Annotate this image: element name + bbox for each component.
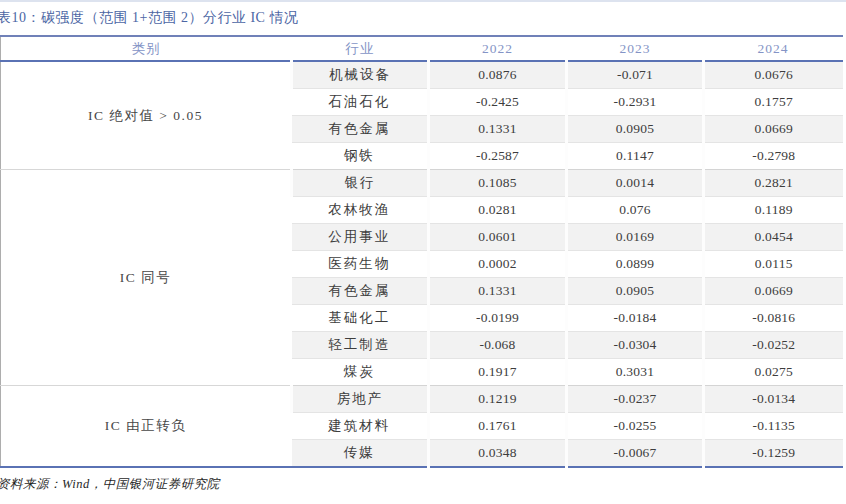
header-2022: 2022	[429, 36, 567, 61]
ic-value-cell-2022: 0.1331	[429, 278, 567, 305]
table-title: 表10：碳强度（范围 1+范围 2）分行业 IC 情况	[0, 0, 846, 35]
ic-value-cell-2023: 0.0905	[567, 116, 704, 143]
ic-value-cell-2022: 0.0601	[429, 224, 567, 251]
header-row: 类别 行业 2022 2023 2024	[1, 36, 843, 61]
ic-value-cell-2022: 0.1085	[429, 170, 567, 197]
industry-cell: 石油石化	[292, 89, 429, 116]
header-2024: 2024	[704, 36, 843, 61]
industry-cell: 轻工制造	[292, 332, 429, 359]
industry-cell: 农林牧渔	[292, 197, 429, 224]
ic-value-cell-2024: -0.1259	[704, 440, 843, 468]
industry-cell: 建筑材料	[292, 413, 429, 440]
ic-value-cell-2022: -0.2425	[429, 89, 567, 116]
source-note: 资料来源：Wind，中国银河证券研究院	[0, 476, 846, 493]
ic-value-cell-2024: -0.1135	[704, 413, 843, 440]
ic-value-cell-2022: 0.0348	[429, 440, 567, 468]
table-row: IC 由正转负房地产0.1219-0.0237-0.0134	[1, 386, 843, 413]
industry-cell: 房地产	[292, 386, 429, 413]
ic-value-cell-2022: 0.1331	[429, 116, 567, 143]
ic-value-cell-2023: 0.0014	[567, 170, 704, 197]
ic-value-cell-2023: 0.3031	[567, 359, 704, 386]
ic-value-cell-2024: 0.0275	[704, 359, 843, 386]
ic-table: 类别 行业 2022 2023 2024 IC 绝对值 > 0.05机械设备0.…	[0, 35, 843, 468]
ic-value-cell-2022: 0.1917	[429, 359, 567, 386]
ic-value-cell-2022: -0.2587	[429, 143, 567, 170]
category-cell: IC 绝对值 > 0.05	[1, 61, 292, 170]
table-row: IC 绝对值 > 0.05机械设备0.0876-0.0710.0676	[1, 61, 843, 89]
ic-value-cell-2022: 0.1761	[429, 413, 567, 440]
industry-cell: 钢铁	[292, 143, 429, 170]
ic-value-cell-2022: 0.0281	[429, 197, 567, 224]
ic-value-cell-2023: -0.0255	[567, 413, 704, 440]
ic-value-cell-2023: -0.2931	[567, 89, 704, 116]
ic-value-cell-2023: -0.071	[567, 61, 704, 89]
industry-cell: 有色金属	[292, 116, 429, 143]
ic-value-cell-2023: 0.076	[567, 197, 704, 224]
ic-value-cell-2022: 0.0002	[429, 251, 567, 278]
industry-cell: 煤炭	[292, 359, 429, 386]
ic-value-cell-2023: -0.0184	[567, 305, 704, 332]
ic-value-cell-2023: 0.1147	[567, 143, 704, 170]
industry-cell: 传媒	[292, 440, 429, 468]
ic-value-cell-2022: 0.1219	[429, 386, 567, 413]
ic-value-cell-2024: 0.1189	[704, 197, 843, 224]
category-cell: IC 由正转负	[1, 386, 292, 468]
page-top-divider	[0, 0, 846, 2]
ic-value-cell-2024: -0.0252	[704, 332, 843, 359]
ic-value-cell-2024: -0.0816	[704, 305, 843, 332]
industry-cell: 机械设备	[292, 61, 429, 89]
ic-value-cell-2022: -0.068	[429, 332, 567, 359]
ic-value-cell-2024: 0.0669	[704, 278, 843, 305]
ic-value-cell-2023: 0.0905	[567, 278, 704, 305]
table-row: IC 同号银行0.10850.00140.2821	[1, 170, 843, 197]
ic-value-cell-2023: 0.0169	[567, 224, 704, 251]
table-body: IC 绝对值 > 0.05机械设备0.0876-0.0710.0676石油石化-…	[1, 61, 843, 467]
ic-value-cell-2024: 0.0115	[704, 251, 843, 278]
industry-cell: 银行	[292, 170, 429, 197]
header-industry: 行业	[292, 36, 429, 61]
ic-value-cell-2024: 0.0676	[704, 61, 843, 89]
ic-value-cell-2023: 0.0899	[567, 251, 704, 278]
ic-value-cell-2024: 0.0669	[704, 116, 843, 143]
header-2023: 2023	[567, 36, 704, 61]
report-page: 表10：碳强度（范围 1+范围 2）分行业 IC 情况 类别 行业 2022 2…	[0, 0, 846, 504]
ic-value-cell-2024: 0.0454	[704, 224, 843, 251]
category-cell: IC 同号	[1, 170, 292, 386]
ic-value-cell-2023: -0.0067	[567, 440, 704, 468]
ic-value-cell-2024: 0.2821	[704, 170, 843, 197]
ic-value-cell-2022: 0.0876	[429, 61, 567, 89]
ic-value-cell-2024: -0.2798	[704, 143, 843, 170]
industry-cell: 基础化工	[292, 305, 429, 332]
table-header: 类别 行业 2022 2023 2024	[1, 36, 843, 61]
industry-cell: 有色金属	[292, 278, 429, 305]
ic-value-cell-2024: -0.0134	[704, 386, 843, 413]
industry-cell: 公用事业	[292, 224, 429, 251]
ic-value-cell-2023: -0.0304	[567, 332, 704, 359]
ic-value-cell-2022: -0.0199	[429, 305, 567, 332]
header-category: 类别	[1, 36, 292, 61]
industry-cell: 医药生物	[292, 251, 429, 278]
ic-value-cell-2023: -0.0237	[567, 386, 704, 413]
ic-value-cell-2024: 0.1757	[704, 89, 843, 116]
